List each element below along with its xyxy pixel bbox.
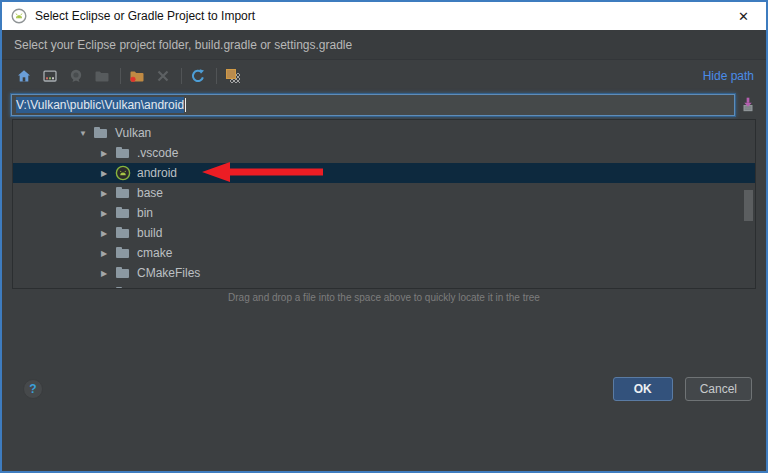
dialog-title: Select Eclipse or Gradle Project to Impo… bbox=[35, 9, 255, 23]
chevron-right-icon[interactable] bbox=[101, 209, 115, 218]
tree-row-vscode[interactable]: .vscode bbox=[13, 143, 755, 163]
new-folder-icon[interactable] bbox=[127, 66, 147, 86]
load-path-icon[interactable] bbox=[739, 96, 757, 114]
hide-path-link[interactable]: Hide path bbox=[703, 69, 754, 83]
chevron-right-icon[interactable] bbox=[101, 229, 115, 238]
close-button[interactable]: ✕ bbox=[721, 2, 766, 30]
text-caret bbox=[185, 98, 186, 112]
tree-row-label: CMakeFiles bbox=[137, 266, 200, 280]
path-input[interactable]: V:\Vulkan\public\Vulkan\android bbox=[11, 94, 735, 116]
project-directory-icon bbox=[66, 66, 86, 86]
toolbar-separator bbox=[181, 68, 182, 84]
chevron-right-icon[interactable] bbox=[101, 149, 115, 158]
tree-row-label: base bbox=[137, 186, 163, 200]
folder-icon bbox=[93, 126, 109, 140]
tree-row-label: data bbox=[137, 286, 160, 289]
folder-icon bbox=[115, 286, 131, 289]
hint-bar: Drag and drop a file into the space abov… bbox=[2, 289, 766, 306]
toolbar-separator bbox=[216, 68, 217, 84]
chevron-down-icon[interactable] bbox=[79, 129, 93, 138]
tree-row-label: build bbox=[137, 226, 162, 240]
module-directory-icon bbox=[92, 66, 112, 86]
drag-drop-hint: Drag and drop a file into the space abov… bbox=[228, 292, 540, 303]
chevron-right-icon[interactable] bbox=[101, 169, 115, 178]
folder-icon bbox=[115, 186, 131, 200]
chevron-right-icon[interactable] bbox=[101, 189, 115, 198]
question-mark-icon: ? bbox=[29, 382, 36, 396]
file-chooser-toolbar: Hide path bbox=[2, 60, 766, 91]
title-bar: Select Eclipse or Gradle Project to Impo… bbox=[2, 2, 766, 30]
android-project-icon bbox=[115, 166, 131, 180]
tree-row-label: Vulkan bbox=[115, 126, 151, 140]
tree-row-android-selected[interactable]: android bbox=[13, 163, 755, 183]
tree-row-bin[interactable]: bin bbox=[13, 203, 755, 223]
tree-row-label: android bbox=[137, 166, 177, 180]
tree-row-base[interactable]: base bbox=[13, 183, 755, 203]
close-icon: ✕ bbox=[738, 9, 749, 24]
home-icon[interactable] bbox=[14, 66, 34, 86]
help-button[interactable]: ? bbox=[23, 379, 43, 399]
tree-row-label: .vscode bbox=[137, 146, 178, 160]
folder-icon bbox=[115, 146, 131, 160]
chevron-right-icon[interactable] bbox=[101, 269, 115, 278]
import-project-dialog: Select Eclipse or Gradle Project to Impo… bbox=[0, 0, 768, 473]
desktop-icon[interactable] bbox=[40, 66, 60, 86]
dialog-footer: ? OK Cancel bbox=[2, 306, 766, 471]
refresh-icon[interactable] bbox=[188, 66, 208, 86]
delete-icon bbox=[153, 66, 173, 86]
toolbar-separator bbox=[120, 68, 121, 84]
tree-row-label: bin bbox=[137, 206, 153, 220]
cancel-button[interactable]: Cancel bbox=[685, 377, 752, 401]
folder-icon bbox=[115, 246, 131, 260]
tree-row-cmake[interactable]: cmake bbox=[13, 243, 755, 263]
chevron-right-icon[interactable] bbox=[101, 249, 115, 258]
file-tree: Vulkan .vscode android base bbox=[12, 119, 756, 289]
tree-row-vulkan[interactable]: Vulkan bbox=[13, 123, 755, 143]
subtitle-bar: Select your Eclipse project folder, buil… bbox=[2, 30, 766, 60]
red-arrow-annotation bbox=[202, 161, 324, 183]
ok-button[interactable]: OK bbox=[613, 377, 673, 401]
chevron-right-icon[interactable] bbox=[101, 289, 115, 290]
tree-row-data[interactable]: data bbox=[13, 283, 755, 289]
vertical-scrollbar-thumb[interactable] bbox=[744, 190, 753, 221]
android-studio-icon bbox=[11, 8, 27, 24]
folder-icon bbox=[115, 266, 131, 280]
path-value: V:\Vulkan\public\Vulkan\android bbox=[16, 97, 184, 113]
tree-row-build[interactable]: build bbox=[13, 223, 755, 243]
tree-row-label: cmake bbox=[137, 246, 172, 260]
show-hidden-files-icon[interactable] bbox=[223, 66, 243, 86]
path-row: V:\Vulkan\public\Vulkan\android bbox=[2, 91, 766, 119]
folder-icon bbox=[115, 206, 131, 220]
folder-icon bbox=[115, 226, 131, 240]
tree-row-cmakefiles[interactable]: CMakeFiles bbox=[13, 263, 755, 283]
dialog-subtitle: Select your Eclipse project folder, buil… bbox=[14, 38, 352, 52]
